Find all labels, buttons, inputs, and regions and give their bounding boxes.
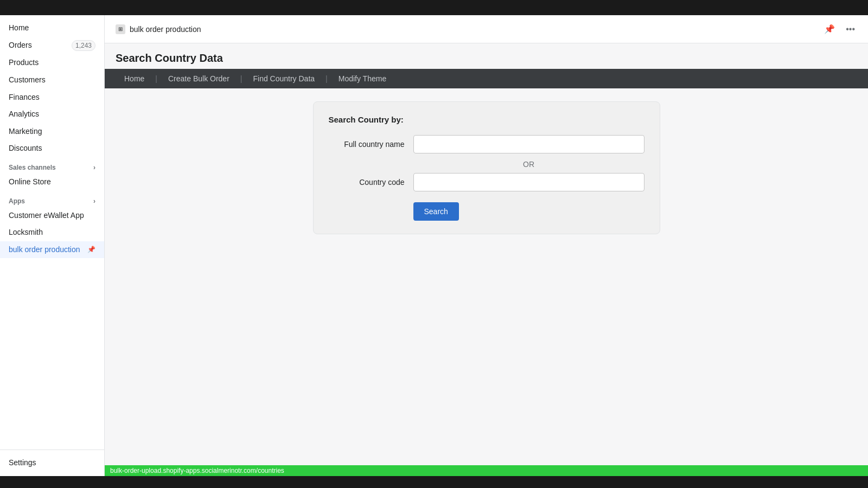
- sidebar-item-ewallet-label: Customer eWallet App: [9, 210, 84, 221]
- sidebar-item-orders[interactable]: Orders 1,243: [0, 37, 104, 55]
- tab-separator-1: |: [155, 69, 157, 88]
- nav-tab-home[interactable]: Home: [116, 69, 153, 88]
- sidebar-item-settings[interactable]: Settings: [0, 454, 104, 472]
- page-title: Search Country Data: [116, 52, 857, 65]
- sidebar-item-discounts[interactable]: Discounts: [0, 140, 104, 157]
- country-code-input[interactable]: [413, 173, 644, 191]
- sales-channels-section: Sales channels ›: [0, 157, 104, 174]
- apps-chevron-icon: ›: [93, 197, 95, 205]
- search-card: Search Country by: Full country name OR …: [313, 101, 660, 234]
- page-header-bar: ⊞ bulk order production 📌 •••: [105, 15, 868, 43]
- page-title-area: Search Country Data: [105, 43, 868, 69]
- status-bar: bulk-order-upload.shopify-apps.socialmer…: [105, 465, 868, 476]
- bottom-bar: [0, 476, 868, 488]
- more-button[interactable]: •••: [844, 22, 857, 36]
- sidebar-item-locksmith-label: Locksmith: [9, 227, 43, 238]
- sidebar-item-orders-label: Orders: [9, 40, 32, 51]
- status-url: bulk-order-upload.shopify-apps.socialmer…: [110, 467, 284, 474]
- breadcrumb-text: bulk order production: [130, 25, 201, 34]
- sidebar-item-marketing-label: Marketing: [9, 126, 42, 137]
- breadcrumb: ⊞ bulk order production: [116, 24, 201, 34]
- orders-badge: 1,243: [72, 40, 95, 52]
- main-content: ⊞ bulk order production 📌 ••• Search Cou…: [105, 15, 868, 476]
- full-country-name-label: Full country name: [329, 140, 405, 149]
- search-button[interactable]: Search: [413, 202, 459, 221]
- sidebar-item-discounts-label: Discounts: [9, 143, 42, 154]
- sidebar-item-bulk-order-label: bulk order production: [9, 245, 80, 255]
- sidebar-item-bulk-order[interactable]: bulk order production 📌: [0, 241, 104, 259]
- sidebar-item-finances[interactable]: Finances: [0, 89, 104, 106]
- nav-tab-create-bulk-order[interactable]: Create Bulk Order: [159, 69, 238, 88]
- page-body: Search Country by: Full country name OR …: [105, 88, 868, 465]
- full-country-name-row: Full country name: [329, 135, 644, 153]
- nav-tab-modify-theme[interactable]: Modify Theme: [330, 69, 395, 88]
- sidebar-item-customer-ewallet[interactable]: Customer eWallet App: [0, 207, 104, 224]
- country-code-row: Country code: [329, 173, 644, 191]
- sidebar-item-customers[interactable]: Customers: [0, 72, 104, 89]
- sidebar-item-online-store[interactable]: Online Store: [0, 174, 104, 191]
- sidebar-item-customers-label: Customers: [9, 75, 46, 86]
- sidebar-item-products-label: Products: [9, 57, 39, 68]
- sidebar: Home Orders 1,243 Products Customers Fin…: [0, 15, 105, 476]
- sidebar-item-analytics-label: Analytics: [9, 109, 39, 120]
- apps-section: Apps ›: [0, 191, 104, 207]
- app-icon-text: ⊞: [118, 26, 123, 32]
- sidebar-bottom: Settings: [0, 450, 104, 476]
- pin-icon: 📌: [87, 245, 95, 254]
- pin-button[interactable]: 📌: [822, 22, 837, 36]
- app-icon: ⊞: [116, 24, 125, 34]
- nav-tabs-bar: Home | Create Bulk Order | Find Country …: [105, 69, 868, 88]
- tab-separator-3: |: [326, 69, 328, 88]
- sales-channels-label: Sales channels: [9, 164, 56, 171]
- sales-channels-chevron-icon: ›: [93, 164, 95, 171]
- sidebar-item-marketing[interactable]: Marketing: [0, 123, 104, 140]
- full-country-name-input[interactable]: [413, 135, 644, 153]
- sidebar-item-home-label: Home: [9, 23, 29, 34]
- search-card-title: Search Country by:: [329, 115, 644, 124]
- sidebar-item-online-store-label: Online Store: [9, 177, 51, 188]
- sidebar-nav: Home Orders 1,243 Products Customers Fin…: [0, 15, 104, 450]
- apps-label: Apps: [9, 197, 25, 205]
- sidebar-item-analytics[interactable]: Analytics: [0, 106, 104, 123]
- header-actions: 📌 •••: [822, 22, 857, 36]
- tab-separator-2: |: [240, 69, 242, 88]
- sidebar-item-locksmith[interactable]: Locksmith: [0, 224, 104, 241]
- sidebar-item-finances-label: Finances: [9, 92, 40, 103]
- or-divider: OR: [329, 160, 644, 169]
- sidebar-item-products[interactable]: Products: [0, 54, 104, 72]
- sidebar-item-home[interactable]: Home: [0, 20, 104, 37]
- nav-tab-find-country-data[interactable]: Find Country Data: [244, 69, 323, 88]
- country-code-label: Country code: [329, 178, 405, 187]
- sidebar-item-settings-label: Settings: [9, 458, 36, 468]
- top-bar: [0, 0, 868, 15]
